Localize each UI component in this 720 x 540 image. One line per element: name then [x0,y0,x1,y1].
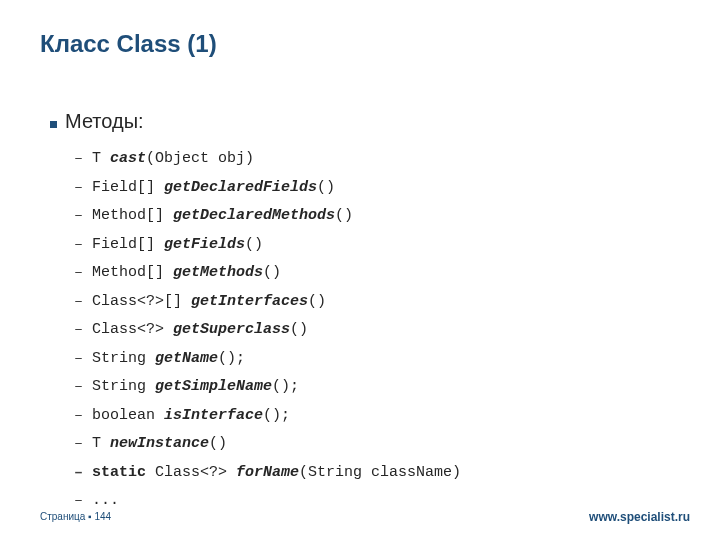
section-heading: Методы: [50,110,690,133]
method-item: – Field[] getFields() [74,231,690,260]
method-name: getSuperclass [173,321,290,338]
method-name: getMethods [173,264,263,281]
method-name: getFields [164,236,245,253]
bullet-icon [50,121,57,128]
return-type: boolean [92,407,164,424]
list-dash: – [74,259,92,288]
return-type: Method[] [92,264,173,281]
method-args: (); [263,407,290,424]
method-name: forName [236,464,299,481]
method-item: – String getName(); [74,345,690,374]
list-dash: – [74,430,92,459]
return-type: Class<?> [92,321,173,338]
footer-page: Страница ▪ 144 [40,511,111,522]
footer-page-number: 144 [94,511,111,522]
keyword-static: static [92,464,146,481]
return-type: Method[] [92,207,173,224]
method-item: – Method[] getMethods() [74,259,690,288]
footer-url: www.specialist.ru [589,510,690,524]
list-dash: – [74,316,92,345]
method-name: getDeclaredFields [164,179,317,196]
section-label: Методы: [65,110,144,133]
ellipsis-text: ... [92,492,119,509]
method-args: () [245,236,263,253]
method-args: () [209,435,227,452]
method-item: – static Class<?> forName(String classNa… [74,459,690,488]
method-item: – T newInstance() [74,430,690,459]
method-item: – String getSimpleName(); [74,373,690,402]
list-dash: – [74,174,92,203]
return-type: Class<?>[] [92,293,191,310]
method-item: – boolean isInterface(); [74,402,690,431]
method-args: (Object obj) [146,150,254,167]
list-dash: – [74,202,92,231]
method-name: getDeclaredMethods [173,207,335,224]
method-args: (); [218,350,245,367]
list-dash: – [74,288,92,317]
method-name: newInstance [110,435,209,452]
method-name: isInterface [164,407,263,424]
method-item: – Method[] getDeclaredMethods() [74,202,690,231]
list-dash: – [74,373,92,402]
return-type: String [92,378,155,395]
slide-title: Класс Class (1) [40,30,217,58]
method-args: (); [272,378,299,395]
method-item: – Field[] getDeclaredFields() [74,174,690,203]
list-dash: – [74,145,92,174]
slide: Класс Class (1) Методы: – T cast(Object … [0,0,720,540]
method-name: getInterfaces [191,293,308,310]
method-item: – T cast(Object obj) [74,145,690,174]
footer-page-prefix: Страница ▪ [40,511,94,522]
method-args: () [290,321,308,338]
return-type: T [92,150,110,167]
method-list: – T cast(Object obj)– Field[] getDeclare… [74,145,690,516]
list-dash: – [74,231,92,260]
list-dash: – [74,345,92,374]
method-name: getName [155,350,218,367]
method-item: – Class<?>[] getInterfaces() [74,288,690,317]
content-area: Методы: – T cast(Object obj)– Field[] ge… [50,110,690,516]
list-dash: – [74,402,92,431]
method-args: () [335,207,353,224]
return-type: Field[] [92,236,164,253]
method-item: – Class<?> getSuperclass() [74,316,690,345]
return-type: T [92,435,110,452]
method-args: (String className) [299,464,461,481]
method-args: () [317,179,335,196]
return-type: Field[] [92,179,164,196]
method-name: getSimpleName [155,378,272,395]
list-dash: – [74,459,92,488]
return-type: String [92,350,155,367]
method-name: cast [110,150,146,167]
method-args: () [308,293,326,310]
method-args: () [263,264,281,281]
return-type: Class<?> [146,464,236,481]
